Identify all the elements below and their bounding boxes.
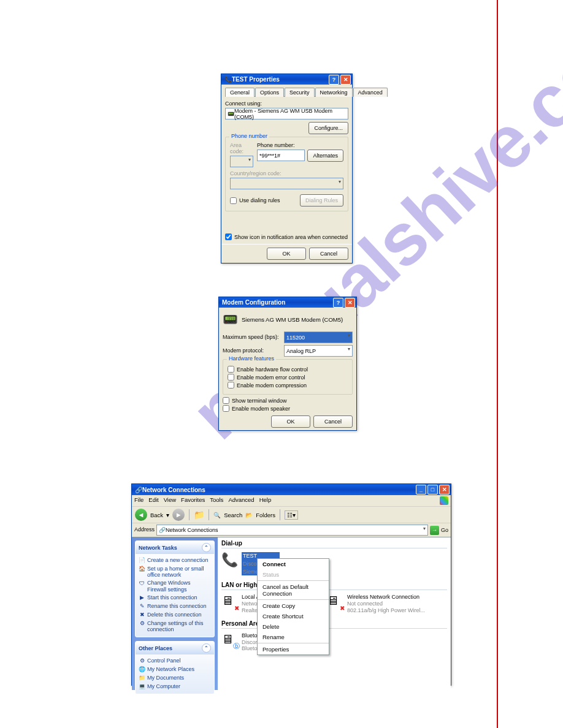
- tab-strip: General Options Security Networking Adva…: [225, 87, 348, 97]
- protocol-label: Modem protocol:: [223, 347, 284, 354]
- place-control-panel[interactable]: ⚙Control Panel: [139, 656, 211, 665]
- hw-error-checkbox[interactable]: Enable modem error control: [228, 374, 348, 381]
- forward-button: ►: [172, 509, 185, 521]
- ctx-rename[interactable]: Rename: [258, 632, 329, 642]
- bluetooth-icon: 🖥ⓑ: [221, 632, 239, 650]
- area-code-label: Area code:: [230, 142, 253, 154]
- ctx-status: Status: [258, 569, 329, 580]
- hw-compress-checkbox[interactable]: Enable modem compression: [228, 382, 348, 389]
- menu-tools[interactable]: Tools: [210, 496, 223, 505]
- go-button[interactable]: →: [430, 526, 439, 535]
- modem-field[interactable]: 📟 Modem - Siemens AG WM USB Modem (COM5): [225, 108, 348, 119]
- menu-help[interactable]: Help: [259, 496, 272, 505]
- show-terminal-checkbox[interactable]: Show terminal window: [223, 397, 353, 404]
- use-dialing-checkbox[interactable]: Use dialing rules: [230, 197, 280, 204]
- tab-general[interactable]: General: [225, 88, 255, 97]
- ok-button[interactable]: OK: [267, 248, 306, 260]
- close-button[interactable]: ✕: [439, 485, 450, 495]
- task-settings[interactable]: ⚙Change settings of this connection: [139, 619, 211, 634]
- collapse-icon[interactable]: ⌃: [202, 643, 211, 653]
- window-title: Network Connections: [142, 487, 415, 493]
- tab-security[interactable]: Security: [285, 88, 315, 97]
- search-icon[interactable]: 🔍: [213, 512, 221, 518]
- collapse-icon[interactable]: ⌃: [202, 543, 211, 552]
- menu-edit[interactable]: Edit: [148, 496, 158, 505]
- conn-wifi[interactable]: 🖥✖ Wireless Network ConnectionNot connec…: [323, 593, 429, 617]
- home-net-icon: 🏠: [139, 566, 145, 572]
- titlebar: 🔗 Network Connections _ □ ✕: [132, 484, 451, 495]
- max-speed-label: Maximum speed (bps):: [223, 334, 284, 340]
- menu-view[interactable]: View: [164, 496, 176, 505]
- conn-test[interactable]: 📞 TESTDisconnectedSiemens AG...: [218, 551, 451, 579]
- tab-networking[interactable]: Networking: [315, 88, 353, 97]
- conn-bluetooth[interactable]: 🖥ⓑ Bluetooth Network ConnectionDisconnec…: [218, 631, 451, 656]
- hw-group-label: Hardware features: [227, 355, 276, 362]
- phone-input[interactable]: *99***1#: [257, 150, 305, 161]
- folders-icon[interactable]: 📂: [245, 512, 253, 518]
- menu-file[interactable]: File: [134, 496, 144, 505]
- tab-options[interactable]: Options: [255, 88, 284, 97]
- close-button[interactable]: ✕: [340, 75, 351, 85]
- rename-icon: ✎: [139, 603, 145, 610]
- ctx-delete[interactable]: Delete: [258, 621, 329, 632]
- cancel-button[interactable]: Cancel: [313, 415, 353, 428]
- ctx-cancel-default[interactable]: Cancel as Default Connection: [258, 582, 329, 599]
- main-pane: Dial-up 📞 TESTDisconnectedSiemens AG... …: [218, 537, 451, 690]
- titlebar: 📞 TEST Properties ? ✕: [221, 74, 352, 85]
- max-speed-select[interactable]: 115200: [284, 332, 353, 343]
- close-button[interactable]: ✕: [345, 298, 355, 308]
- titlebar-icon: 📞: [224, 76, 232, 83]
- address-icon: 🔗: [159, 527, 166, 533]
- delete-icon: ✖: [139, 612, 145, 618]
- address-label: Address: [134, 526, 155, 533]
- sidebar: Network Tasks⌃ 📄Create a new connection …: [132, 537, 218, 690]
- cancel-button[interactable]: Cancel: [309, 248, 348, 260]
- protocol-select[interactable]: Analog RLP: [284, 345, 353, 357]
- task-rename[interactable]: ✎Rename this connection: [139, 602, 211, 610]
- alternates-button[interactable]: Alternates: [307, 150, 343, 162]
- window-network-connections: 🔗 Network Connections _ □ ✕ File Edit Vi…: [131, 483, 451, 686]
- ctx-create-copy[interactable]: Create Copy: [258, 601, 329, 611]
- task-create[interactable]: 📄Create a new connection: [139, 556, 211, 564]
- show-icon-checkbox[interactable]: Show icon in notification area when conn…: [225, 233, 348, 240]
- place-network[interactable]: 🌐My Network Places: [139, 665, 211, 673]
- folders-label: Folders: [256, 512, 275, 518]
- place-computer[interactable]: 💻My Computer: [139, 682, 211, 691]
- menu-advanced[interactable]: Advanced: [228, 496, 254, 505]
- task-start[interactable]: ▶Start this connection: [139, 593, 211, 602]
- tab-advanced[interactable]: Advanced: [353, 88, 388, 97]
- network-places-icon: 🌐: [139, 666, 145, 673]
- configure-button[interactable]: Configure...: [308, 122, 348, 134]
- maximize-button[interactable]: □: [427, 485, 438, 495]
- task-delete[interactable]: ✖Delete this connection: [139, 610, 211, 619]
- back-button[interactable]: ◄: [135, 509, 147, 521]
- help-button[interactable]: ?: [329, 75, 339, 85]
- windows-flag-icon: [440, 496, 448, 505]
- group-lan: LAN or High-Speed Internet: [218, 579, 451, 590]
- address-field[interactable]: 🔗 Network Connections: [156, 525, 428, 536]
- ctx-create-shortcut[interactable]: Create Shortcut: [258, 611, 329, 621]
- group-dialup: Dial-up: [218, 537, 451, 548]
- place-documents[interactable]: 📁My Documents: [139, 673, 211, 682]
- conn-wifi-name: Wireless Network Connection: [347, 594, 425, 601]
- menu-favorites[interactable]: Favorites: [181, 496, 205, 505]
- help-button[interactable]: ?: [333, 298, 343, 308]
- minimize-button[interactable]: _: [416, 485, 426, 495]
- wifi-icon: 🖥✖: [327, 594, 344, 611]
- ok-button[interactable]: OK: [271, 415, 310, 428]
- phone-group-label: Phone number: [229, 133, 269, 139]
- up-icon[interactable]: 📁: [194, 510, 204, 520]
- menu-bar: File Edit View Favorites Tools Advanced …: [132, 495, 451, 507]
- conn-wifi-status: Not connected: [347, 601, 425, 607]
- ctx-connect[interactable]: Connect: [258, 559, 329, 569]
- task-firewall[interactable]: 🛡Change Windows Firewall settings: [139, 579, 211, 594]
- ctx-properties[interactable]: Properties: [258, 644, 329, 654]
- country-field: [230, 178, 343, 189]
- enable-speaker-checkbox[interactable]: Enable modem speaker: [223, 405, 353, 412]
- context-menu: Connect Status Cancel as Default Connect…: [257, 558, 329, 655]
- hw-flow-checkbox[interactable]: Enable hardware flow control: [228, 366, 348, 373]
- task-home-net[interactable]: 🏠Set up a home or small office network: [139, 564, 211, 579]
- firewall-icon: 🛡: [139, 580, 145, 586]
- views-button[interactable]: ☷▾: [285, 510, 298, 520]
- go-label: Go: [441, 527, 448, 533]
